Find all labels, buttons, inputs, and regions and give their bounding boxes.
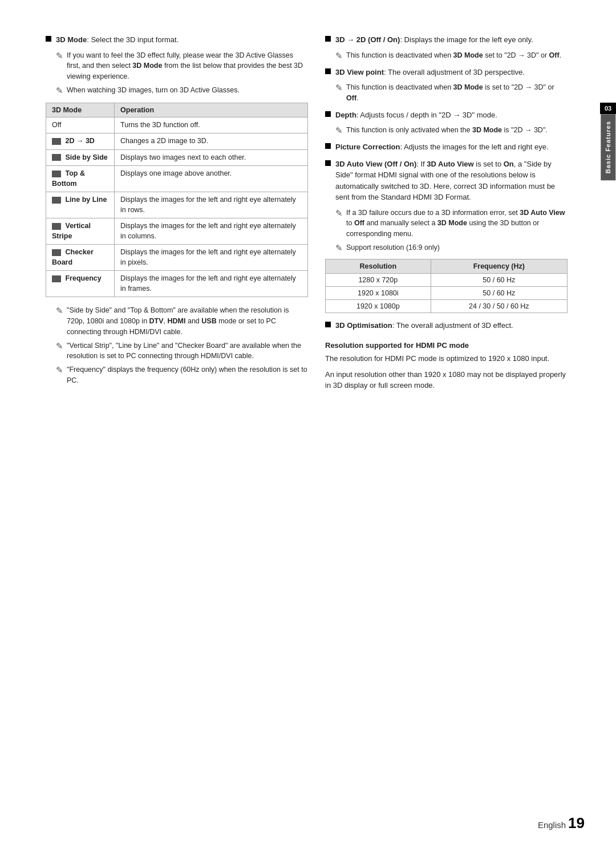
mode-cell-checker: CheckerBoard [46,245,115,271]
sub-auto-view-text-2: Support resolution (16:9 only) [346,242,440,253]
hdmi-heading: Resolution supported for HDMI PC mode [325,341,568,350]
res-cell-2: 1920 x 1080i [326,286,431,299]
res-table-header-freq: Frequency (Hz) [431,259,567,273]
bullet-optimisation-text: 3D Optimisation: The overall adjustment … [335,320,568,331]
operation-cell-line: Displays the images for the left and rig… [115,192,308,218]
sub-auto-view-text-1: If a 3D failure occurs due to a 3D infor… [346,208,568,240]
page-footer: English 19 [538,814,585,832]
bullet-view-point-text: 3D View point: The overall adjustment of… [335,67,568,78]
table-header-operation: Operation [115,103,308,117]
bullet-optimisation: 3D Optimisation: The overall adjustment … [325,320,568,331]
table-header-mode: 3D Mode [46,103,115,117]
pencil-icon-r5b: ✎ [335,243,343,253]
pencil-icon-2: ✎ [56,86,63,96]
chapter-number: 03 [600,103,616,114]
operation-cell-side: Displays two images next to each other. [115,149,308,166]
right-column: 3D → 2D (Off / On): Displays the image f… [325,34,568,806]
res-cell-1: 1280 x 720p [326,273,431,286]
operation-cell-off: Turns the 3D function off. [115,117,308,133]
bullet-icon-r4 [325,143,331,149]
sub-depth-text: This function is only activated when the… [346,125,548,136]
note-2: ✎ "Vertical Strip", "Line by Line" and "… [56,340,308,362]
bullet-3d-2d: 3D → 2D (Off / On): Displays the image f… [325,34,568,46]
sub-text-1: If you want to feel the 3D effect fully,… [67,50,308,82]
bullet-auto-view: 3D Auto View (Off / On): If 3D Auto View… [325,159,568,203]
sub-view-point-text: This function is deactivated when 3D Mod… [346,82,568,104]
pencil-icon-1: ✎ [56,51,63,61]
sub-view-point: ✎ This function is deactivated when 3D M… [335,82,568,104]
resolution-table: Resolution Frequency (Hz) 1280 x 720p 50… [325,259,568,313]
bullet-auto-view-text: 3D Auto View (Off / On): If 3D Auto View… [335,159,568,203]
operation-cell-freq: Displays the images for the left and rig… [115,271,308,297]
bullet-3d-mode-text: 3D Mode: Select the 3D input format. [56,34,308,46]
operation-cell-vertical: Displays the images for the left and rig… [115,218,308,245]
mode-cell-off: Off [46,117,115,133]
bullet-picture-correction-text: Picture Correction: Adjusts the images f… [335,141,568,153]
mode-cell-freq: Frequency [46,271,115,297]
note-text-1: "Side by Side" and "Top & Bottom" are av… [67,305,308,337]
mode-cell-line: Line by Line [46,192,115,218]
table-row: Frequency Displays the images for the le… [46,271,308,297]
freq-cell-1: 50 / 60 Hz [431,273,567,286]
note-1: ✎ "Side by Side" and "Top & Bottom" are … [56,305,308,337]
table-row: Side by Side Displays two images next to… [46,149,308,166]
bullet-icon-r6 [325,322,331,327]
table-row: 2D → 3D Changes a 2D image to 3D. [46,133,308,150]
section-label: Basic Features [601,114,615,180]
mode-cell-vertical: Vertical Stripe [46,218,115,245]
bullet-icon [46,36,51,42]
note-3: ✎ "Frequency" displays the frequency (60… [56,364,308,386]
table-row: Top & Bottom Displays one image above an… [46,166,308,192]
note-text-2: "Vertical Strip", "Line by Line" and "Ch… [67,340,308,362]
sub-bullet-1: ✎ If you want to feel the 3D effect full… [56,50,308,82]
hdmi-section: Resolution supported for HDMI PC mode Th… [325,341,568,391]
sub-3d-2d-text: This function is deactivated when 3D Mod… [346,50,561,61]
mode-table: 3D Mode Operation Off Turns the 3D funct… [46,103,308,298]
table-row: Off Turns the 3D function off. [46,117,308,133]
table-row: Vertical Stripe Displays the images for … [46,218,308,245]
pencil-icon-r2: ✎ [335,83,343,93]
operation-cell-checker: Displays the images for the left and rig… [115,245,308,271]
freq-cell-3: 24 / 30 / 50 / 60 Hz [431,299,567,313]
freq-cell-2: 50 / 60 Hz [431,286,567,299]
sub-auto-view-1: ✎ If a 3D failure occurs due to a 3D inf… [335,208,568,240]
sub-auto-view-2: ✎ Support resolution (16:9 only) [335,242,568,253]
pencil-icon-4: ✎ [56,341,63,351]
bullet-3d-mode: 3D Mode: Select the 3D input format. [46,34,308,46]
page-number: 19 [568,814,585,832]
bullet-icon-r2 [325,68,331,74]
pencil-icon-r5a: ✎ [335,208,343,218]
pencil-icon-r1: ✎ [335,51,343,61]
table-row: Line by Line Displays the images for the… [46,192,308,218]
table-row: CheckerBoard Displays the images for the… [46,245,308,271]
pencil-icon-r3: ✎ [335,125,343,136]
sub-bullet-2: ✎ When watching 3D images, turn on 3D Ac… [56,85,308,96]
sub-depth: ✎ This function is only activated when t… [335,125,568,136]
res-table-row: 1280 x 720p 50 / 60 Hz [326,273,568,286]
main-content: 3D Mode: Select the 3D input format. ✎ I… [0,0,599,852]
operation-cell-top: Displays one image above another. [115,166,308,192]
bullet-3d-2d-text: 3D → 2D (Off / On): Displays the image f… [335,34,568,46]
hdmi-para2: An input resolution other than 1920 x 10… [325,369,568,391]
sub-3d-2d: ✎ This function is deactivated when 3D M… [335,50,568,61]
bullet-depth-text: Depth: Adjusts focus / depth in "2D → 3D… [335,109,568,121]
bullet-icon-r5 [325,160,331,166]
mode-cell-2d3d: 2D → 3D [46,133,115,150]
bullet-view-point: 3D View point: The overall adjustment of… [325,67,568,78]
mode-cell-top: Top & Bottom [46,166,115,192]
bullet-icon-r1 [325,36,331,42]
bullet-picture-correction: Picture Correction: Adjusts the images f… [325,141,568,153]
res-table-row: 1920 x 1080p 24 / 30 / 50 / 60 Hz [326,299,568,313]
language-label: English [538,820,566,830]
operation-cell-2d3d: Changes a 2D image to 3D. [115,133,308,150]
pencil-icon-5: ✎ [56,365,63,375]
bullet-depth: Depth: Adjusts focus / depth in "2D → 3D… [325,109,568,121]
hdmi-para1: The resolution for HDMI PC mode is optim… [325,353,568,364]
res-table-row: 1920 x 1080i 50 / 60 Hz [326,286,568,299]
page-container: 03 Basic Features 3D Mode: Select the 3D… [0,0,616,852]
side-tab: 03 Basic Features [600,103,616,180]
bullet-icon-r3 [325,111,331,117]
res-cell-3: 1920 x 1080p [326,299,431,313]
sub-text-2: When watching 3D images, turn on 3D Acti… [67,85,240,96]
left-column: 3D Mode: Select the 3D input format. ✎ I… [46,34,308,806]
